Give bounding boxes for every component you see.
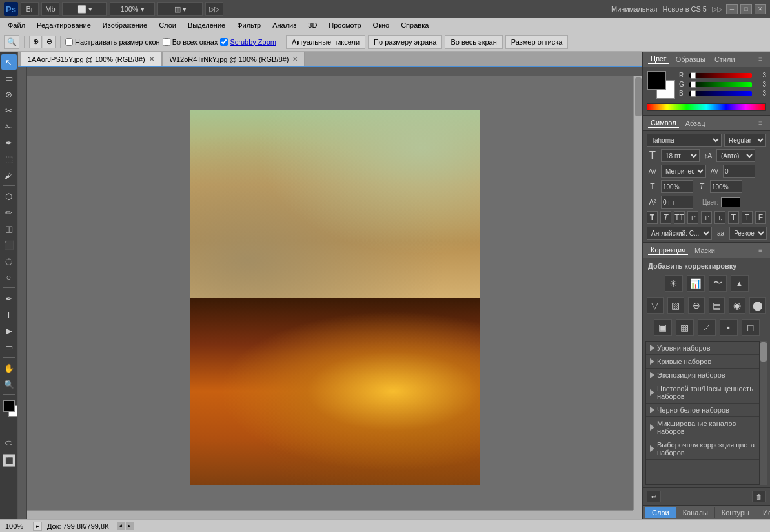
language-select[interactable]: Английский: С... bbox=[647, 227, 712, 240]
vertical-scrollbar[interactable] bbox=[633, 76, 642, 510]
menu-image[interactable]: Изображение bbox=[97, 20, 152, 30]
strikethrough-button[interactable]: T bbox=[742, 211, 753, 224]
tab-samples[interactable]: Образцы bbox=[673, 56, 708, 63]
menu-window[interactable]: Окно bbox=[368, 20, 395, 30]
extras-icon[interactable]: ▷▷ bbox=[205, 2, 223, 16]
underline-button[interactable]: T bbox=[728, 211, 739, 224]
scrubby-zoom-checkbox[interactable]: Scrubby Zoom bbox=[220, 38, 276, 46]
scale-h-input[interactable] bbox=[661, 180, 693, 193]
dodge-tool[interactable]: ○ bbox=[1, 269, 17, 285]
correction-list-scroll-thumb[interactable] bbox=[760, 342, 767, 362]
font-style-select[interactable]: Regular bbox=[724, 134, 766, 147]
font-family-select[interactable]: Tahoma bbox=[647, 134, 722, 147]
menu-file[interactable]: Файл bbox=[3, 20, 30, 30]
menu-view[interactable]: Просмотр bbox=[323, 20, 366, 30]
brush-tool[interactable]: 🖌 bbox=[1, 167, 17, 183]
italic-button[interactable]: T bbox=[660, 211, 671, 224]
tab-channels[interactable]: Каналы bbox=[676, 507, 715, 518]
gradient-tool[interactable]: ⬛ bbox=[1, 237, 17, 252]
color-spectrum[interactable] bbox=[647, 103, 766, 111]
bold-button[interactable]: T bbox=[647, 211, 658, 224]
new-in-cs5[interactable]: Новое в CS 5 bbox=[663, 5, 707, 13]
leading-select[interactable]: (Авто) bbox=[716, 149, 755, 162]
kerning-input[interactable] bbox=[723, 165, 755, 178]
pen-tool[interactable]: ✒ bbox=[1, 291, 17, 306]
corr-item-0[interactable]: Уровни наборов bbox=[646, 342, 759, 355]
green-thumb[interactable] bbox=[691, 81, 696, 88]
arrange-selector[interactable]: ▥▾ bbox=[157, 2, 203, 16]
menu-analysis[interactable]: Анализ bbox=[267, 20, 301, 30]
subscript-button[interactable]: T, bbox=[714, 211, 725, 224]
zoom-in-button[interactable]: ⊕ bbox=[29, 36, 42, 48]
tab-correction[interactable]: Коррекция bbox=[648, 246, 688, 255]
bw-icon[interactable]: ▤ bbox=[709, 297, 725, 314]
tab-symbol[interactable]: Символ bbox=[648, 119, 679, 128]
colbalance-icon[interactable]: ⊖ bbox=[688, 297, 705, 314]
actual-pixels-button[interactable]: Актуальные пиксели bbox=[286, 35, 365, 49]
canvas-scroll-area[interactable] bbox=[27, 76, 642, 519]
nav-prev[interactable]: ◄ bbox=[117, 522, 125, 530]
blur-tool[interactable]: ◌ bbox=[1, 253, 17, 269]
screen-mode-button[interactable]: ⬛ bbox=[3, 454, 15, 467]
zoom-selector[interactable]: 100% ▾ bbox=[110, 2, 155, 16]
menu-filter[interactable]: Фильтр bbox=[232, 20, 266, 30]
minimize-button[interactable]: ─ bbox=[726, 4, 738, 14]
green-slider[interactable] bbox=[689, 82, 752, 87]
doc-tab-1[interactable]: 1AAorJPS15Y.jpg @ 100% (RGB/8#) ✕ bbox=[21, 52, 161, 66]
tab-history[interactable]: История bbox=[756, 507, 770, 518]
foreground-color-swatch[interactable] bbox=[647, 71, 666, 90]
crop-tool[interactable]: ✁ bbox=[1, 119, 17, 134]
blue-slider[interactable] bbox=[689, 91, 752, 96]
brightness-icon[interactable]: ☀ bbox=[665, 275, 683, 292]
doc-tab-2-close[interactable]: ✕ bbox=[292, 56, 298, 63]
healing-tool[interactable]: ⬚ bbox=[1, 151, 17, 167]
hsl-icon[interactable]: ▧ bbox=[667, 297, 684, 314]
trash-icon[interactable]: 🗑 bbox=[752, 491, 766, 502]
eyedropper-tool[interactable]: ✒ bbox=[1, 135, 17, 150]
fill-screen-button[interactable]: Во весь экран bbox=[445, 35, 502, 49]
corr-item-4[interactable]: Черно-белое наборов bbox=[646, 404, 759, 417]
antialias-select[interactable]: Резкое bbox=[729, 227, 767, 240]
selective-color-icon[interactable]: ◻ bbox=[742, 319, 760, 336]
blue-thumb[interactable] bbox=[691, 90, 696, 97]
text-color-swatch[interactable] bbox=[721, 197, 740, 207]
color-selector[interactable] bbox=[3, 400, 15, 412]
correction-panel-menu[interactable]: ≡ bbox=[756, 247, 765, 254]
gradient-map-icon[interactable]: ▪ bbox=[720, 319, 738, 336]
tracking-select[interactable]: Метричес bbox=[661, 165, 706, 178]
red-slider[interactable] bbox=[689, 73, 752, 78]
threshold-icon[interactable]: ⟋ bbox=[698, 319, 716, 336]
color-panel-menu[interactable]: ≡ bbox=[756, 56, 765, 63]
history-brush-tool[interactable]: ✏ bbox=[1, 205, 17, 220]
menu-layers[interactable]: Слои bbox=[154, 20, 181, 30]
resize-windows-checkbox[interactable]: Настраивать размер окон bbox=[65, 38, 160, 46]
photofilter-icon[interactable]: ◉ bbox=[729, 297, 745, 314]
allcaps-button[interactable]: TT bbox=[674, 211, 685, 224]
hand-tool[interactable]: ✋ bbox=[1, 360, 17, 376]
quick-select-tool[interactable]: ✂ bbox=[1, 103, 17, 118]
menu-edit[interactable]: Редактирование bbox=[32, 20, 96, 30]
tab-paragraph[interactable]: Абзац bbox=[683, 119, 708, 127]
restore-button[interactable]: □ bbox=[740, 4, 752, 14]
screen-mode-selector[interactable]: ⬜▾ bbox=[62, 2, 107, 16]
corr-item-5[interactable]: Микширование каналов наборов bbox=[646, 417, 759, 438]
tab-paths[interactable]: Контуры bbox=[715, 507, 756, 518]
levels-icon[interactable]: 📊 bbox=[687, 275, 705, 292]
menu-3d[interactable]: 3D bbox=[303, 20, 322, 30]
tab-layers[interactable]: Слои bbox=[645, 507, 676, 518]
menu-select[interactable]: Выделение bbox=[183, 20, 230, 30]
font-size-select[interactable]: 18 пт bbox=[661, 149, 700, 162]
type-tool[interactable]: T bbox=[1, 307, 17, 322]
doc-tab-2[interactable]: W12oR4TrNkY.jpg @ 100% (RGB/8#) ✕ bbox=[163, 52, 305, 66]
zoom-tool-icon[interactable]: 🔍 bbox=[4, 35, 19, 49]
menu-help[interactable]: Справка bbox=[396, 20, 434, 30]
print-size-button[interactable]: Размер оттиска bbox=[505, 35, 569, 49]
return-icon[interactable]: ↩ bbox=[647, 491, 661, 502]
superscript-button[interactable]: T' bbox=[701, 211, 712, 224]
faux-button[interactable]: F bbox=[755, 211, 766, 224]
bridge-icon[interactable]: Br bbox=[21, 2, 39, 16]
minibrige-icon[interactable]: Mb bbox=[41, 2, 59, 16]
tab-masks[interactable]: Маски bbox=[692, 247, 718, 254]
lasso-tool[interactable]: ⊘ bbox=[1, 87, 17, 102]
zoom-out-button[interactable]: ⊖ bbox=[43, 36, 56, 48]
